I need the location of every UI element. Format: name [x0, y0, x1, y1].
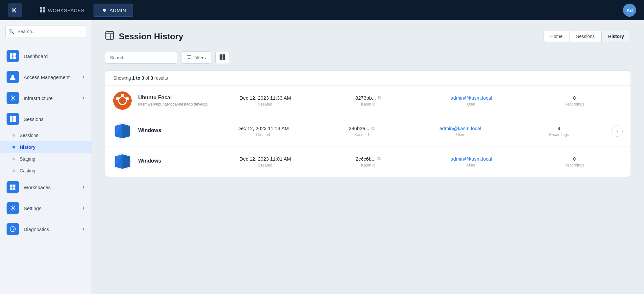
- sidebar-subitem-staging[interactable]: Staging: [0, 153, 92, 165]
- breadcrumb-home[interactable]: Home: [544, 31, 569, 42]
- sessions-subitems: Sessions History Staging Casting: [0, 129, 92, 177]
- session-created-value-1: Dec 12, 2023 11:33 AM: [217, 95, 313, 101]
- session-kasmid-field-1: 8273bb... ⧉ Kasm Id: [320, 95, 417, 107]
- sidebar-item-access-management-label: Access Management: [24, 74, 70, 80]
- subitem-sessions-label: Sessions: [20, 133, 38, 138]
- sidebar-item-diagnostics[interactable]: ? Diagnostics +: [0, 219, 92, 240]
- sessions-icon-box: [7, 113, 19, 125]
- main-layout: 🔍 Dashboard: [0, 20, 644, 294]
- breadcrumb-sessions[interactable]: Sessions: [569, 31, 602, 42]
- session-recordings-value-2: 9: [513, 126, 605, 131]
- table-row[interactable]: Ubuntu Focal kasmweb/ubuntu-focal-deskto…: [105, 86, 631, 116]
- navbar-nav: WORKSPACES ADMIN: [33, 4, 133, 17]
- sidebar-item-access-management[interactable]: Access Management +: [0, 67, 92, 88]
- svg-rect-16: [10, 185, 12, 187]
- svg-rect-15: [13, 119, 16, 122]
- svg-rect-5: [43, 10, 45, 12]
- sidebar-item-settings-label: Settings: [24, 206, 41, 211]
- workspaces-icon-box: [7, 181, 19, 193]
- session-user-field-2: admin@kasm.local User: [414, 126, 506, 137]
- session-recordings-label-2: Recordings: [513, 132, 605, 137]
- svg-rect-31: [220, 54, 222, 57]
- session-search-input[interactable]: [105, 52, 177, 64]
- sidebar-search-input[interactable]: [5, 26, 86, 37]
- session-kasmid-label-2: Kasm Id: [316, 132, 408, 137]
- breadcrumb-history-label: History: [608, 34, 624, 39]
- subitem-casting-label: Casting: [20, 168, 35, 173]
- session-created-value-2: Dec 12, 2023 11:13 AM: [217, 126, 309, 131]
- navbar-left: K WORKSPACES A: [8, 3, 133, 17]
- svg-point-39: [116, 97, 119, 100]
- session-chevron-2[interactable]: ›: [612, 126, 623, 137]
- sessions-expand-icon: −: [82, 116, 85, 122]
- results-range: 1 to 3: [132, 75, 144, 81]
- filters-button[interactable]: Filters: [181, 51, 211, 64]
- admin-nav-btn[interactable]: ADMIN: [94, 4, 133, 17]
- copy-kasmid-2-icon[interactable]: ⧉: [371, 126, 375, 131]
- session-recordings-field-3: 0 Recordings: [526, 156, 623, 167]
- session-kasmid-field-3: 2c6c6b... ⧉ Kasm Id: [320, 156, 417, 167]
- admin-label: ADMIN: [109, 8, 126, 13]
- page-header: Session History: [105, 31, 183, 42]
- sidebar-item-workspaces[interactable]: Workspaces +: [0, 177, 92, 198]
- admin-gear-icon: [101, 7, 107, 14]
- svg-rect-8: [10, 56, 12, 59]
- grid-view-button[interactable]: [215, 51, 229, 64]
- user-avatar[interactable]: Ad: [623, 4, 636, 17]
- diagnostics-icon-box: ?: [7, 223, 19, 235]
- svg-rect-34: [223, 57, 225, 60]
- sidebar-item-sessions-label: Sessions: [24, 116, 44, 122]
- app-logo[interactable]: K: [8, 3, 22, 17]
- sidebar-subitem-casting[interactable]: Casting: [0, 165, 92, 177]
- session-user-value-1[interactable]: admin@kasm.local: [423, 95, 520, 101]
- svg-rect-12: [10, 116, 12, 119]
- sidebar-item-settings[interactable]: Settings +: [0, 198, 92, 219]
- session-name-2: Windows: [138, 127, 210, 133]
- infrastructure-expand-icon: +: [82, 95, 85, 101]
- sidebar-subitem-history[interactable]: History: [0, 141, 92, 153]
- breadcrumb-nav: Home Sessions History: [544, 31, 631, 42]
- settings-expand-icon: +: [82, 205, 85, 211]
- sidebar-item-sessions[interactable]: Sessions −: [0, 108, 92, 129]
- table-row[interactable]: Windows Dec 12, 2023 11:01 AM Created 2c…: [105, 147, 631, 177]
- sidebar-item-infrastructure[interactable]: Infrastructure +: [0, 88, 92, 108]
- session-user-field-1: admin@kasm.local User: [423, 95, 520, 107]
- filter-icon: [187, 55, 191, 60]
- session-kasmid-label-1: Kasm Id: [320, 102, 417, 107]
- results-suffix: results: [154, 75, 168, 81]
- svg-text:K: K: [12, 7, 16, 14]
- sidebar-item-dashboard[interactable]: Dashboard: [0, 46, 92, 67]
- breadcrumb-history[interactable]: History: [602, 31, 631, 42]
- session-kasmid-value-3: 2c6c6b... ⧉: [320, 156, 417, 162]
- sidebar-item-workspaces-label: Workspaces: [24, 185, 51, 190]
- svg-point-37: [121, 94, 124, 97]
- copy-kasmid-1-icon[interactable]: ⧉: [378, 95, 381, 101]
- session-user-value-3[interactable]: admin@kasm.local: [423, 156, 520, 162]
- session-created-label-3: Created: [217, 163, 313, 167]
- session-created-field-1: Dec 12, 2023 11:33 AM Created: [217, 95, 313, 107]
- session-name-1: Ubuntu Focal: [138, 95, 210, 101]
- session-recordings-label-3: Recordings: [526, 163, 623, 167]
- session-info-3: Windows: [138, 158, 210, 165]
- svg-rect-13: [13, 116, 16, 119]
- subitem-staging-label: Staging: [20, 156, 35, 162]
- session-user-value-2[interactable]: admin@kasm.local: [414, 126, 506, 131]
- svg-rect-17: [13, 185, 15, 187]
- copy-kasmid-3-icon[interactable]: ⧉: [377, 156, 381, 162]
- grid-icon: [220, 55, 225, 61]
- svg-rect-23: [106, 31, 114, 39]
- svg-rect-2: [40, 7, 42, 10]
- svg-point-20: [12, 207, 14, 209]
- svg-point-10: [11, 75, 14, 77]
- workspaces-nav-btn[interactable]: WORKSPACES: [33, 4, 91, 16]
- navbar: K WORKSPACES A: [0, 0, 644, 20]
- session-recordings-label-1: Recordings: [526, 102, 623, 107]
- kasm-session-icon-3: [113, 152, 132, 171]
- session-created-label-2: Created: [217, 132, 309, 137]
- svg-rect-3: [43, 7, 45, 10]
- session-kasmid-label-3: Kasm Id: [320, 163, 417, 167]
- svg-point-38: [126, 97, 129, 100]
- sidebar-subitem-sessions[interactable]: Sessions: [0, 129, 92, 141]
- session-created-field-2: Dec 12, 2023 11:13 AM Created: [217, 126, 309, 137]
- table-row[interactable]: Windows Dec 12, 2023 11:13 AM Created 38…: [105, 116, 631, 147]
